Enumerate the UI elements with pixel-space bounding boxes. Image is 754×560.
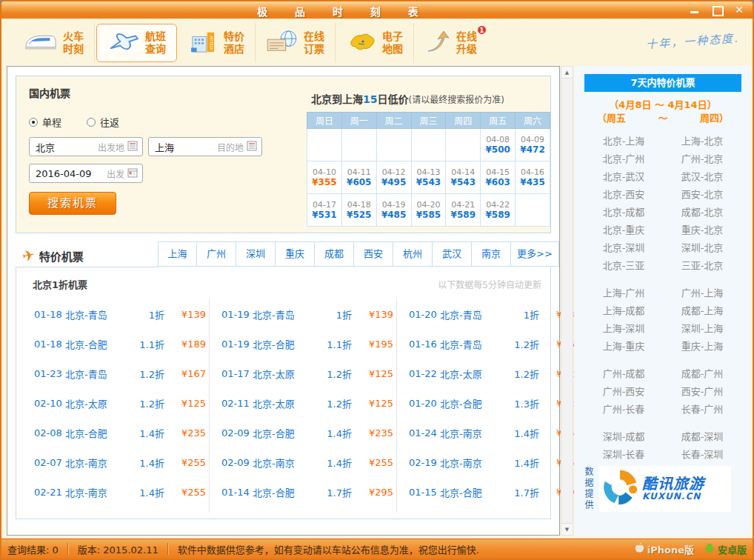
toolbar-online-booking[interactable]: 在线订票 <box>256 23 336 63</box>
city-tab[interactable]: 南京 <box>472 241 511 267</box>
route-link[interactable]: 上海-重庆 <box>584 339 663 353</box>
close-button[interactable]: ✕ <box>733 4 745 15</box>
route-link[interactable]: 广州-北京 <box>663 151 741 165</box>
deal-row[interactable]: 02-09北京-南京1.4折¥255 <box>221 447 393 477</box>
deal-row[interactable]: 02-19北京-南京1.4折¥255 <box>409 447 581 477</box>
route-link[interactable]: 北京-西安 <box>584 187 663 201</box>
vertical-scrollbar[interactable]: ▲ ▼ <box>561 66 573 536</box>
kuxun-logo[interactable]: 酷讯旅游 KUXUN.CN <box>599 466 731 512</box>
maximize-button[interactable] <box>711 4 723 15</box>
calendar-cell[interactable]: 04-21¥589 <box>446 194 481 227</box>
deal-row[interactable]: 01-19北京-青岛1折¥139 <box>221 299 393 329</box>
route-link[interactable]: 三亚-北京 <box>663 258 741 272</box>
titlebar[interactable]: 极 品 时 刻 表 ✕ <box>1 1 753 19</box>
calendar-cell[interactable]: 04-14¥543 <box>446 161 481 194</box>
city-tab[interactable]: 西安 <box>354 241 393 267</box>
departure-city-input[interactable]: 北京 出发地 <box>29 137 143 156</box>
toolbar-online-upgrade[interactable]: 在线1升级 <box>414 23 487 63</box>
calendar-cell[interactable]: 04-19¥485 <box>376 194 411 227</box>
route-link[interactable]: 深圳-长春 <box>584 447 663 461</box>
route-link[interactable]: 长春-广州 <box>663 401 741 416</box>
calendar-cell[interactable]: 04-20¥585 <box>411 194 446 227</box>
deal-row[interactable]: 01-22北京-太原1.2折¥125 <box>409 359 581 388</box>
route-link[interactable]: 成都-上海 <box>663 303 741 317</box>
search-flights-button[interactable]: 搜索机票 <box>29 192 116 215</box>
deal-row[interactable]: 02-07北京-南京1.4折¥255 <box>34 447 206 477</box>
deal-row[interactable]: 02-10北京-太原1.2折¥125 <box>34 388 206 418</box>
calendar-cell[interactable]: 04-08¥500 <box>481 129 516 161</box>
route-link[interactable]: 北京-三亚 <box>584 258 663 272</box>
route-link[interactable]: 上海-广州 <box>584 285 663 299</box>
deal-row[interactable]: 01-23北京-青岛1.2折¥167 <box>34 359 206 388</box>
deal-row[interactable]: 01-14北京-合肥1.7折¥295 <box>221 477 393 507</box>
route-link[interactable]: 成都-深圳 <box>663 429 741 443</box>
route-link[interactable]: 武汉-北京 <box>663 169 741 183</box>
deal-row[interactable]: 01-16北京-青岛1.2折¥167 <box>409 329 581 359</box>
route-link[interactable]: 广州-成都 <box>584 366 663 380</box>
route-link[interactable]: 上海-北京 <box>663 133 741 147</box>
deal-row[interactable]: 02-11北京-太原1.2折¥125 <box>221 388 393 418</box>
route-link[interactable]: 北京-武汉 <box>584 169 663 183</box>
deal-row[interactable]: 01-24北京-南京1.4折¥255 <box>409 418 581 447</box>
route-link[interactable]: 深圳-上海 <box>663 321 741 335</box>
minimize-button[interactable] <box>689 4 701 15</box>
calendar-icon[interactable] <box>127 167 138 180</box>
route-link[interactable]: 广州-上海 <box>663 285 741 299</box>
city-tab[interactable]: 武汉 <box>433 241 472 267</box>
deal-row[interactable]: 02-08北京-合肥1.4折¥235 <box>34 418 206 447</box>
toolbar-flight-search[interactable]: 航班查询 <box>96 24 177 62</box>
scroll-up-arrow-icon[interactable]: ▲ <box>561 67 573 79</box>
city-tab[interactable]: 深圳 <box>236 241 276 267</box>
route-link[interactable]: 成都-北京 <box>663 204 741 219</box>
calendar-cell[interactable]: 04-22¥589 <box>481 194 516 227</box>
city-list-icon[interactable] <box>127 141 138 153</box>
toolbar-train-times[interactable]: 火车时刻 <box>13 23 95 63</box>
calendar-cell[interactable]: 04-09¥472 <box>516 129 550 161</box>
deal-row[interactable]: 01-17北京-太原1.2折¥125 <box>221 359 393 388</box>
deal-row[interactable]: 01-18北京-合肥1.1折¥189 <box>34 329 206 359</box>
arrival-city-input[interactable]: 上海 目的地 <box>148 137 262 156</box>
route-link[interactable]: 西安-北京 <box>663 187 741 201</box>
calendar-cell[interactable]: 04-13¥543 <box>411 161 446 194</box>
route-link[interactable]: 广州-长春 <box>584 401 663 416</box>
departure-date-input[interactable]: 2016-04-09 出发 <box>29 164 143 183</box>
calendar-cell[interactable]: 04-16¥435 <box>516 161 550 194</box>
iphone-version-link[interactable]: iPhone版 <box>635 542 694 556</box>
scroll-down-arrow-icon[interactable]: ▼ <box>561 523 573 535</box>
calendar-cell[interactable]: 04-10¥355 <box>307 161 342 194</box>
route-link[interactable]: 重庆-北京 <box>663 222 741 236</box>
route-link[interactable]: 北京-上海 <box>584 133 663 147</box>
route-link[interactable]: 北京-重庆 <box>584 222 663 236</box>
route-link[interactable]: 深圳-北京 <box>663 240 741 254</box>
deal-row[interactable]: 01-20北京-青岛1折¥139 <box>409 299 581 329</box>
android-version-link[interactable]: 安卓版 <box>704 542 747 556</box>
city-list-icon[interactable] <box>247 141 257 153</box>
city-tab[interactable]: 杭州 <box>393 241 433 267</box>
city-tab[interactable]: 重庆 <box>276 241 315 267</box>
route-link[interactable]: 深圳-成都 <box>584 429 663 443</box>
route-link[interactable]: 北京-成都 <box>584 204 663 219</box>
toolbar-emap[interactable]: 电子地图 <box>336 23 414 63</box>
route-link[interactable]: 北京-广州 <box>584 151 663 165</box>
city-tab[interactable]: 成都 <box>315 241 354 267</box>
route-link[interactable]: 上海-深圳 <box>584 321 663 335</box>
calendar-cell[interactable]: 04-11¥605 <box>341 161 376 194</box>
calendar-cell[interactable]: 04-12¥495 <box>376 161 411 194</box>
route-link[interactable]: 成都-广州 <box>663 366 741 380</box>
deal-row[interactable]: 01-20北京-合肥1.3折¥225 <box>409 388 581 418</box>
route-link[interactable]: 西安-广州 <box>663 384 741 398</box>
more-tab[interactable]: 更多>> <box>511 241 559 267</box>
route-link[interactable]: 长春-深圳 <box>663 447 741 461</box>
deal-row[interactable]: 01-19北京-合肥1.1折¥195 <box>221 329 393 359</box>
route-link[interactable]: 广州-西安 <box>584 384 663 398</box>
city-tab[interactable]: 上海 <box>158 241 197 267</box>
deal-row[interactable]: 01-18北京-青岛1折¥139 <box>34 299 206 329</box>
toolbar-hotel-deals[interactable]: HOTELS 特价酒店 <box>179 23 256 63</box>
route-link[interactable]: 重庆-上海 <box>663 339 741 353</box>
deal-row[interactable]: 02-21北京-南京1.4折¥255 <box>34 477 206 507</box>
calendar-cell[interactable]: 04-18¥525 <box>341 194 376 227</box>
round-trip-radio[interactable]: 往返 <box>87 115 119 129</box>
route-link[interactable]: 上海-成都 <box>584 303 663 317</box>
city-tab[interactable]: 广州 <box>197 241 236 267</box>
deal-row[interactable]: 02-09北京-合肥1.4折¥235 <box>221 418 393 447</box>
